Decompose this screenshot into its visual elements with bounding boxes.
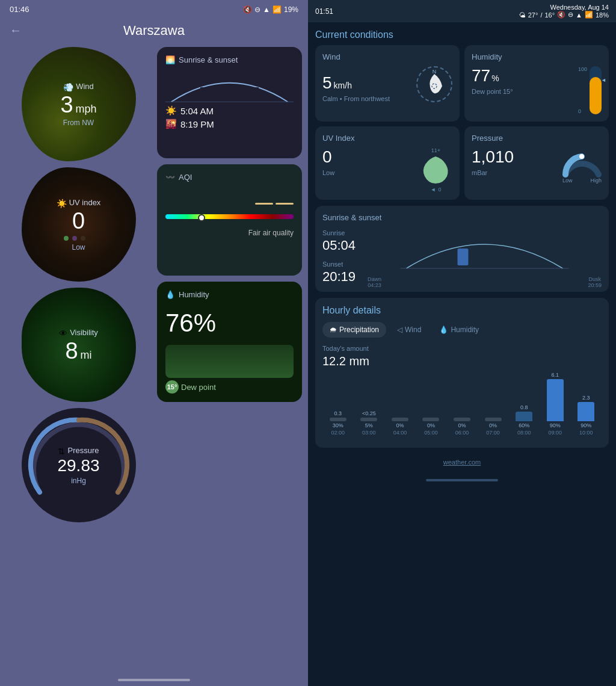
- tab-humidity[interactable]: 💧 Humidity: [432, 322, 486, 338]
- bar-time: 03:00: [362, 430, 376, 436]
- uv-dot-3: [81, 236, 85, 241]
- dawn-label-col: Dawn 04:23: [368, 276, 381, 288]
- bar-percent: 0%: [489, 422, 497, 428]
- tab-wind[interactable]: ◁ Wind: [390, 322, 428, 338]
- status-bar-right: 01:51 Wednesday, Aug 14 🌤 27° / 16° 🔇 ⊖ …: [308, 0, 616, 22]
- uv-value: 0: [72, 209, 85, 232]
- time-icons-right: 01:51: [315, 7, 333, 16]
- sunrise-rect-widget[interactable]: 🌅 Sunrise & sunset ☀️ 5:04 AM 🌇: [157, 47, 302, 158]
- hourly-total-label: Today's amount: [322, 345, 602, 352]
- sunrise-title: 🌅 Sunrise & sunset: [165, 55, 294, 64]
- aqi-widget[interactable]: 〰️ AQI Fair air quality: [157, 164, 302, 276]
- sunrise-label: Sunrise: [322, 229, 356, 236]
- signal-right: 📶: [585, 11, 593, 19]
- tab-humidity-label: Humidity: [451, 326, 479, 334]
- current-conditions-title: Current conditions: [315, 29, 609, 40]
- pressure-unit: inHg: [71, 477, 86, 485]
- pressure-card-content: 1,010 mBar Low High: [472, 147, 602, 184]
- hourly-bar-col: 2.390%10:00: [571, 395, 602, 436]
- mute-right: 🔇: [557, 11, 565, 19]
- bar-visual: [578, 402, 594, 421]
- bar-visual: [454, 418, 470, 421]
- dew-point: 15° Dew point: [165, 380, 294, 394]
- pressure-low-label: Low: [562, 178, 573, 184]
- bar-percent: 0%: [427, 422, 435, 428]
- uv-marker: ◄: [431, 187, 436, 193]
- footer-link[interactable]: weather.com: [315, 454, 609, 471]
- sunset-entry: Sunset 20:19: [322, 261, 356, 285]
- home-indicator-right: [426, 479, 498, 481]
- right-content: Current conditions Wind 5 km/h Calm • Fr…: [308, 22, 616, 491]
- sunrise-card-title: Sunrise & sunset: [322, 213, 602, 222]
- hourly-bar-col: 0.860%08:00: [508, 404, 540, 436]
- time-right: 01:51: [315, 7, 333, 16]
- battery-right: 18%: [596, 11, 609, 19]
- pressure-card-unit: mBar: [472, 169, 514, 176]
- bar-time: 08:00: [517, 430, 531, 436]
- pressure-card[interactable]: Pressure 1,010 mBar: [464, 126, 609, 200]
- hourly-bar-col: 0.330%02:00: [322, 410, 354, 436]
- pressure-value: 29.83: [57, 457, 99, 474]
- bar-percent: 0%: [458, 422, 466, 428]
- aqi-title: 〰️ AQI: [165, 173, 294, 182]
- humidity-gauge-container: 100 0 ◄: [578, 66, 602, 114]
- bar-time: 06:00: [455, 430, 469, 436]
- uv-widget[interactable]: ☀️ UV index 0 Low: [22, 167, 136, 282]
- wind-card[interactable]: Wind 5 km/h Calm • From northwest N: [315, 45, 460, 122]
- gauge-bar-bg: [590, 66, 602, 114]
- sunrise-chart-svg: [368, 229, 602, 271]
- aqi-indicator: [198, 214, 205, 221]
- bar-visual: [360, 418, 377, 421]
- weather-icon-right: 🌤: [519, 11, 526, 19]
- gauge-min: 0: [578, 108, 587, 114]
- hourly-bar-col: 0%05:00: [416, 416, 447, 436]
- wind-widget[interactable]: 💨 Wind 3 mph From NW: [22, 47, 136, 161]
- dusk-time: 20:59: [588, 282, 602, 288]
- uv-dots: [64, 236, 94, 241]
- wind-sub: From NW: [63, 119, 94, 127]
- sunset-label: Sunset: [322, 261, 356, 268]
- tab-precipitation[interactable]: 🌧 Precipitation: [322, 322, 386, 338]
- pressure-widget[interactable]: ⇅ Pressure 29.83 inHg: [22, 408, 136, 522]
- hourly-bar-col: <0.255%03:00: [354, 410, 385, 436]
- hourly-bar-col: 0%06:00: [446, 416, 478, 436]
- bar-percent: 0%: [396, 422, 404, 428]
- back-button[interactable]: ←: [10, 23, 22, 37]
- uv-card-sub: Low: [322, 169, 334, 176]
- bar-amount: 6.1: [551, 372, 559, 378]
- conditions-grid: Wind 5 km/h Calm • From northwest N: [315, 45, 609, 200]
- sunrise-time-row: ☀️ 5:04 AM: [165, 105, 294, 116]
- wind-card-title: Wind: [322, 52, 452, 61]
- humidity-rect-widget[interactable]: 💧 Humidity 76% 15° Dew point: [157, 282, 302, 402]
- uv-card-value: 0: [322, 147, 332, 166]
- aqi-line-2: [276, 203, 294, 205]
- humidity-card[interactable]: Humidity 77 % Dew point 15° 100: [464, 45, 609, 122]
- hourly-card[interactable]: Hourly details 🌧 Precipitation ◁ Wind 💧 …: [315, 298, 609, 448]
- visibility-widget[interactable]: 👁 Visibility 8 mi: [22, 288, 136, 402]
- hourly-bar-col: 6.190%09:00: [540, 372, 571, 436]
- bar-visual: [422, 418, 439, 421]
- wind-card-value: 5: [322, 73, 332, 93]
- aqi-bar: [165, 214, 294, 219]
- bar-percent: 90%: [581, 422, 591, 428]
- wind-icon: 💨: [63, 82, 73, 92]
- wind-card-sub: Calm • From northwest: [322, 95, 390, 102]
- tab-precip-label: Precipitation: [339, 326, 379, 334]
- wind-compass: N: [416, 66, 452, 102]
- bar-time: 07:00: [486, 430, 500, 436]
- pressure-icon: ⇅: [58, 447, 65, 456]
- humidity-card-value: 77: [472, 66, 490, 85]
- gauge-marker: ◄: [601, 77, 606, 83]
- sunrise-card[interactable]: Sunrise & sunset Sunrise 05:04 Sunset 20…: [315, 206, 609, 292]
- uv-card-values: 0 Low: [322, 147, 334, 176]
- bar-visual: [330, 418, 346, 421]
- sunrise-chart-labels: Dawn 04:23 Dusk 20:59: [368, 276, 602, 288]
- aqi-bar-container: [165, 214, 294, 219]
- sunrise-entry: Sunrise 05:04: [322, 229, 356, 253]
- bar-percent: 5%: [365, 422, 373, 428]
- uv-sub: Low: [72, 243, 85, 252]
- dawn-label: Dawn: [368, 276, 381, 282]
- mute-icon: 🔇: [243, 5, 252, 14]
- compass-n-label: N: [433, 69, 437, 75]
- uv-index-card[interactable]: UV Index 0 Low 11+ ◄: [315, 126, 460, 200]
